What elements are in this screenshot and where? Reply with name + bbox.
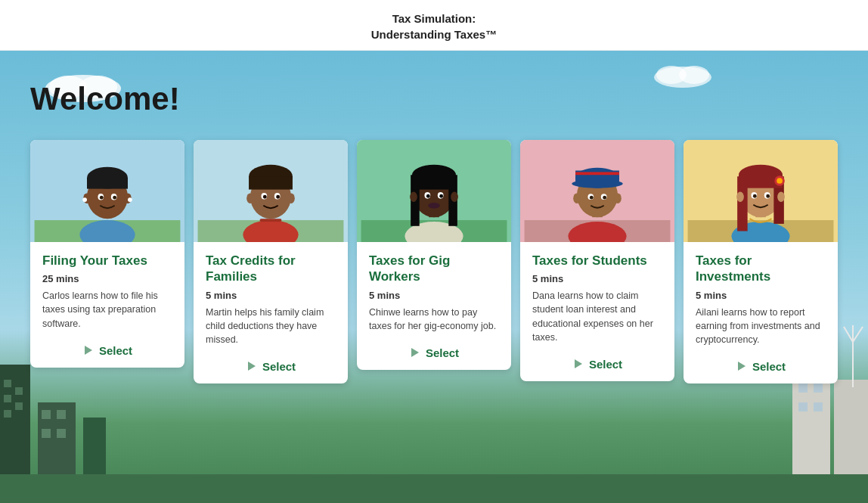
- svg-point-107: [753, 194, 757, 198]
- card-4-image: [520, 140, 674, 242]
- card-5-image: [684, 140, 838, 242]
- select-button-families[interactable]: Select: [246, 360, 296, 373]
- svg-rect-7: [42, 410, 51, 419]
- ground: [0, 474, 868, 503]
- card-taxes-gig-workers: Taxes for Gig Workers 5 mins Chinwe lear…: [357, 140, 511, 370]
- card-1-duration: 25 mins: [42, 273, 172, 284]
- select-icon-1: [82, 344, 95, 356]
- select-icon-2: [246, 360, 258, 372]
- card-filing-your-taxes: Filing Your Taxes 25 mins Carlos learns …: [30, 140, 184, 368]
- card-5-duration: 5 mins: [696, 290, 826, 301]
- svg-rect-18: [814, 402, 823, 411]
- svg-rect-62: [260, 219, 282, 222]
- card-1-title: Filing Your Taxes: [42, 253, 172, 269]
- character-dana: [520, 140, 674, 242]
- card-3-body: Taxes for Gig Workers 5 mins Chinwe lear…: [357, 242, 511, 339]
- select-icon-3: [409, 346, 421, 359]
- select-button-gig[interactable]: Select: [409, 346, 459, 359]
- svg-rect-71: [412, 175, 456, 189]
- svg-rect-9: [42, 429, 51, 438]
- svg-rect-17: [798, 402, 808, 411]
- card-1-description: Carlos learns how to file his taxes usin…: [42, 289, 172, 330]
- svg-rect-1: [4, 380, 11, 387]
- select-button-students[interactable]: Select: [572, 358, 622, 371]
- card-4-body: Taxes for Students 5 mins Dana learns ho…: [520, 242, 674, 350]
- svg-rect-3: [4, 410, 11, 418]
- svg-point-104: [777, 178, 783, 184]
- select-button-investments[interactable]: Select: [736, 360, 786, 373]
- card-3-image: [357, 140, 511, 242]
- svg-point-78: [451, 191, 458, 202]
- svg-point-77: [410, 191, 417, 202]
- svg-point-91: [603, 196, 606, 200]
- svg-rect-8: [57, 410, 66, 419]
- character-martin: [194, 140, 348, 242]
- card-5-title: Taxes for Investments: [696, 253, 826, 285]
- card-2-body: Tax Credits for Families 5 mins Martin h…: [194, 242, 348, 352]
- card-1-body: Filing Your Taxes 25 mins Carlos learns …: [30, 242, 184, 337]
- svg-point-92: [573, 193, 581, 203]
- card-taxes-investments: Taxes for Investments 5 mins Ailani lear…: [684, 140, 838, 383]
- card-4-duration: 5 mins: [532, 273, 662, 284]
- card-3-footer: Select: [357, 339, 511, 370]
- svg-point-60: [246, 193, 254, 203]
- svg-point-74: [426, 194, 430, 198]
- svg-point-86: [572, 179, 623, 188]
- svg-point-47: [82, 197, 87, 202]
- card-5-footer: Select: [684, 352, 838, 383]
- svg-point-58: [263, 195, 267, 199]
- svg-point-61: [287, 193, 295, 203]
- svg-rect-4: [15, 387, 23, 395]
- welcome-heading: Welcome!: [30, 81, 838, 117]
- svg-point-108: [766, 194, 770, 198]
- cards-container: Filing Your Taxes 25 mins Carlos learns …: [30, 140, 838, 399]
- app-title: Tax Simulation: Understanding Taxes™: [0, 11, 868, 42]
- svg-point-44: [113, 196, 116, 200]
- svg-point-76: [428, 203, 439, 209]
- svg-point-75: [439, 194, 443, 198]
- card-2-title: Tax Credits for Families: [206, 253, 336, 285]
- card-2-description: Martin helps his family claim child dedu…: [206, 306, 336, 346]
- svg-point-48: [128, 197, 132, 202]
- hero-section: Welcome!: [0, 51, 868, 503]
- svg-point-43: [100, 196, 104, 200]
- svg-line-22: [853, 327, 863, 342]
- svg-point-59: [276, 195, 280, 199]
- select-icon-4: [572, 358, 584, 370]
- card-5-description: Ailani learns how to report earning from…: [696, 306, 826, 346]
- card-4-title: Taxes for Students: [532, 253, 662, 269]
- select-icon-5: [736, 360, 748, 372]
- card-3-description: Chinwe learns how to pay taxes for her g…: [369, 306, 499, 333]
- svg-rect-87: [575, 172, 619, 175]
- card-4-description: Dana learns how to claim student loan in…: [532, 289, 662, 344]
- card-tax-credits-families: Tax Credits for Families 5 mins Martin h…: [194, 140, 348, 383]
- card-1-footer: Select: [30, 337, 184, 368]
- character-ailani: [684, 140, 838, 242]
- svg-rect-2: [4, 395, 11, 402]
- card-2-image: [194, 140, 348, 242]
- card-5-body: Taxes for Investments 5 mins Ailani lear…: [684, 242, 838, 352]
- card-2-duration: 5 mins: [206, 290, 336, 301]
- svg-point-110: [777, 191, 785, 202]
- svg-rect-10: [57, 429, 66, 438]
- character-carlos: [30, 140, 184, 242]
- card-3-duration: 5 mins: [369, 290, 499, 301]
- card-4-footer: Select: [520, 350, 674, 381]
- svg-line-21: [844, 327, 853, 342]
- svg-rect-5: [15, 402, 23, 410]
- card-1-image: [30, 140, 184, 242]
- card-taxes-students: Taxes for Students 5 mins Dana learns ho…: [520, 140, 674, 381]
- select-button-filing[interactable]: Select: [82, 344, 132, 357]
- character-chinwe: [357, 140, 511, 242]
- card-2-footer: Select: [194, 352, 348, 383]
- svg-rect-40: [87, 178, 128, 188]
- svg-point-93: [614, 193, 622, 203]
- svg-point-109: [736, 191, 744, 202]
- card-3-title: Taxes for Gig Workers: [369, 253, 499, 285]
- app-header: Tax Simulation: Understanding Taxes™: [0, 0, 868, 51]
- svg-rect-55: [249, 176, 293, 189]
- svg-point-90: [590, 196, 594, 200]
